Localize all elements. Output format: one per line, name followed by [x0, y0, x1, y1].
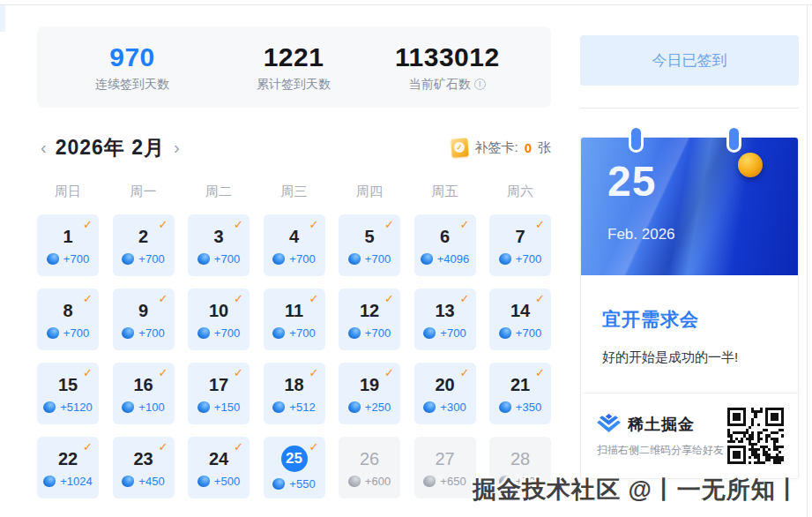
calendar-day-cell-20[interactable]: ✓20+300 [414, 363, 476, 424]
calendar-day-cell-18[interactable]: ✓18+512 [264, 363, 325, 424]
ore-icon [197, 401, 210, 413]
ore-icon [122, 401, 134, 413]
makeup-card-unit: 张 [538, 139, 551, 156]
calendar-day-cell-16[interactable]: ✓16+100 [113, 363, 175, 424]
day-number: 8 [63, 300, 72, 321]
calendar-day-cell-12[interactable]: ✓12+700 [339, 288, 400, 350]
ore-reward: +700 [499, 252, 541, 266]
day-number: 25 [281, 446, 308, 472]
ore-reward: +550 [272, 477, 315, 491]
day-number: 24 [209, 448, 228, 469]
calendar-day-cell-10[interactable]: ✓10+700 [188, 288, 250, 350]
calendar-day-cell-2[interactable]: ✓2+700 [113, 214, 175, 276]
info-icon[interactable]: ! [474, 79, 486, 90]
ore-reward: +700 [348, 326, 391, 340]
brand-name: 稀土掘金 [628, 414, 695, 435]
ore-amount: +550 [289, 477, 315, 491]
signed-today-button[interactable]: 今日已签到 [580, 35, 799, 86]
qr-code [727, 408, 784, 464]
ore-icon [122, 327, 134, 339]
makeup-card-label: 补签卡: [474, 139, 518, 156]
ore-reward: +700 [122, 252, 164, 266]
check-icon: ✓ [234, 292, 243, 305]
calendar-day-cell-5[interactable]: ✓5+700 [339, 214, 400, 276]
ore-amount: +150 [214, 401, 240, 414]
day-number: 27 [435, 448, 454, 469]
ore-amount: +700 [63, 326, 89, 340]
binder-clip-icon [631, 128, 641, 150]
check-icon: ✓ [535, 292, 545, 305]
ore-icon [423, 476, 436, 487]
check-icon: ✓ [309, 218, 319, 231]
calendar-day-cell-26[interactable]: 26+600 [339, 437, 400, 498]
calendar-day-cell-27[interactable]: 27+650 [414, 437, 476, 498]
ore-icon [43, 476, 56, 487]
calendar-day-cell-9[interactable]: ✓9+700 [113, 288, 175, 350]
day-number: 22 [58, 448, 78, 469]
ore-amount: +250 [365, 401, 391, 414]
card-body: 宜开需求会 好的开始是成功的一半! [581, 275, 798, 393]
weekday-label: 周五 [414, 184, 476, 200]
check-icon: ✓ [159, 292, 168, 305]
calendar-day-cell-21[interactable]: ✓21+350 [489, 363, 551, 424]
calendar-day-cell-6[interactable]: ✓6+4096 [414, 214, 476, 276]
calendar-day-cell-25[interactable]: ✓25+550 [264, 437, 325, 498]
ore-icon [47, 253, 59, 265]
calendar-day-cell-13[interactable]: ✓13+700 [414, 288, 476, 350]
calendar-day-cell-4[interactable]: ✓4+700 [264, 214, 325, 276]
prev-month-button[interactable]: ‹ [37, 139, 50, 156]
ore-reward: +500 [197, 475, 240, 488]
weekday-label: 周一 [113, 184, 175, 200]
calendar-day-cell-22[interactable]: ✓22+1024 [37, 437, 99, 498]
ore-amount: +700 [440, 326, 466, 340]
ore-reward: +650 [423, 475, 466, 488]
right-divider [807, 4, 808, 517]
day-number: 21 [510, 374, 530, 395]
ore-amount: +700 [138, 252, 164, 266]
calendar-day-cell-17[interactable]: ✓17+150 [188, 363, 250, 424]
calendar-day-cell-1[interactable]: ✓1+700 [37, 214, 99, 276]
calendar-day-cell-14[interactable]: ✓14+700 [489, 288, 551, 350]
calendar-day-cell-24[interactable]: ✓24+500 [188, 437, 250, 498]
ore-amount: +1024 [60, 475, 93, 488]
watermark-text: 掘金技术社区 @丨一无所知丨 [473, 474, 801, 506]
ore-reward: +5120 [43, 401, 93, 414]
calendar-day-cell-7[interactable]: ✓7+700 [489, 214, 551, 276]
check-icon: ✓ [159, 366, 168, 379]
calendar-day-cell-19[interactable]: ✓19+250 [339, 363, 400, 424]
day-number: 6 [440, 226, 450, 247]
ore-amount: +700 [365, 252, 391, 266]
ore-icon [499, 253, 511, 265]
calendar-day-cell-11[interactable]: ✓11+700 [264, 288, 325, 350]
makeup-card-icon [451, 138, 469, 157]
calendar-day-cell-8[interactable]: ✓8+700 [37, 288, 99, 350]
day-number: 7 [515, 226, 525, 247]
ore-icon [122, 476, 134, 487]
ore-icon [197, 476, 210, 487]
ore-icon [43, 401, 56, 413]
day-number: 9 [138, 300, 148, 321]
check-icon: ✓ [234, 218, 243, 231]
ore-icon [197, 327, 210, 339]
day-number: 17 [209, 374, 228, 395]
calendar-day-cell-3[interactable]: ✓3+700 [188, 214, 250, 276]
day-number: 13 [435, 300, 454, 321]
day-number: 2 [138, 226, 148, 247]
top-divider [0, 4, 812, 5]
next-month-button[interactable]: › [170, 139, 183, 156]
calendar-day-cell-15[interactable]: ✓15+5120 [37, 363, 99, 424]
makeup-card-entry[interactable]: 补签卡: 0 张 [451, 139, 551, 157]
check-icon: ✓ [384, 292, 394, 305]
day-number: 16 [133, 374, 153, 395]
calendar-day-cell-23[interactable]: ✓23+450 [113, 437, 175, 498]
check-icon: ✓ [234, 366, 243, 379]
ore-icon [421, 253, 433, 265]
card-quote: 好的开始是成功的一半! [602, 349, 777, 366]
weekday-label: 周六 [489, 184, 551, 200]
card-month-year: Feb. 2026 [607, 226, 675, 244]
day-number: 1 [63, 226, 72, 247]
date-card-image: 25 Feb. 2026 [581, 138, 798, 275]
ore-reward: +700 [47, 326, 89, 340]
check-icon: ✓ [535, 366, 545, 379]
weekday-row: 周日周一周二周三周四周五周六 [37, 184, 551, 200]
